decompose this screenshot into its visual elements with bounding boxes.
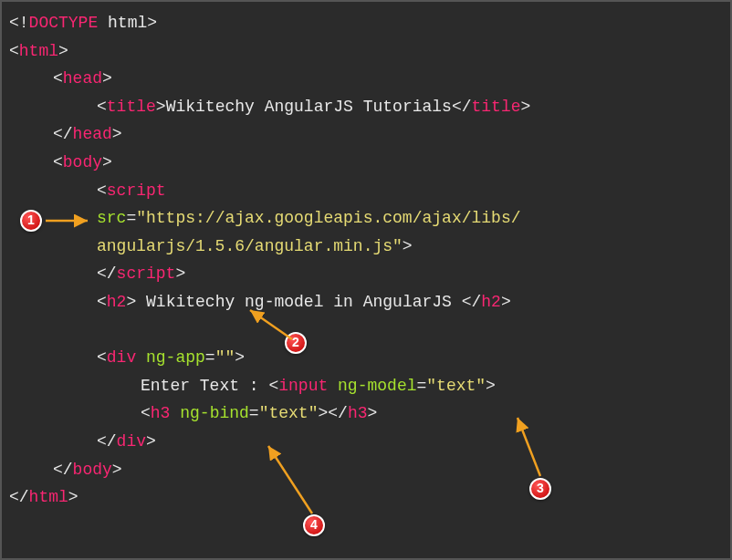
code-line: <h2> Wikitechy ng-model in AngularJS </h… (9, 288, 730, 316)
punct: > (112, 125, 122, 143)
tag: body (63, 153, 102, 171)
code-line: <h3 ng-bind="text"></h3> (9, 399, 730, 428)
tag: h2 (107, 293, 127, 311)
code-line: </html> (9, 483, 730, 512)
string: "text" (426, 377, 486, 395)
code-line (9, 316, 730, 345)
punct: < (97, 181, 107, 200)
punct: </ (97, 264, 117, 283)
tag: script (107, 181, 166, 200)
tag: script (117, 264, 176, 283)
tag: head (73, 125, 112, 143)
punct: < (9, 42, 19, 60)
punct: = (416, 377, 426, 395)
string: angularjs/1.5.6/angular.min.js" (97, 237, 403, 255)
code-block: <!DOCTYPE html> <html> <head> <title>Wik… (2, 2, 730, 519)
text: Wikitechy ng-model in AngularJS (136, 293, 461, 311)
punct: > (175, 264, 185, 283)
punct: > (102, 69, 112, 88)
code-line: </div> (9, 428, 730, 456)
code-line: src="https://ajax.googleapis.com/ajax/li… (9, 204, 730, 233)
tag: div (107, 348, 136, 367)
tag: title (107, 98, 156, 116)
punct: < (97, 98, 107, 116)
code-line: <script (9, 177, 730, 205)
punct: > (102, 153, 112, 171)
punct: < (53, 69, 63, 88)
punct: = (249, 404, 259, 422)
tag: html (29, 488, 68, 506)
annotation-badge-1: 1 (20, 210, 42, 232)
tag: head (63, 69, 102, 88)
punct: < (268, 377, 278, 395)
attr: src (97, 209, 126, 227)
punct: = (205, 348, 215, 367)
punct: > (146, 432, 156, 451)
text: html (98, 14, 147, 32)
tag: html (19, 42, 58, 60)
punct: > (58, 42, 68, 60)
punct: > (318, 404, 328, 422)
tag: h3 (151, 404, 171, 422)
code-line: </script> (9, 260, 730, 288)
code-line: <div ng-app=""> (9, 344, 730, 372)
tag: h2 (481, 293, 501, 311)
punct: > (368, 404, 378, 422)
tag: title (472, 98, 521, 116)
punct: > (501, 293, 511, 311)
punct: <! (9, 14, 29, 32)
tag: body (73, 461, 112, 479)
tag: h3 (348, 404, 368, 422)
annotation-badge-3: 3 (529, 478, 551, 500)
code-line: </head> (9, 120, 730, 149)
punct: </ (9, 488, 29, 506)
punct: < (53, 153, 63, 171)
attr: ng-model (328, 377, 416, 395)
string: "https://ajax.googleapis.com/ajax/libs/ (136, 209, 520, 227)
punct: > (156, 98, 166, 116)
code-line: <!DOCTYPE html> (9, 9, 730, 37)
punct: = (126, 209, 136, 227)
punct: < (141, 404, 151, 422)
code-line: </body> (9, 456, 730, 484)
punct: </ (452, 98, 472, 116)
code-line: <head> (9, 65, 730, 93)
code-line: <html> (9, 37, 730, 66)
annotation-badge-2: 2 (285, 332, 307, 354)
attr: ng-bind (170, 404, 248, 422)
punct: </ (328, 404, 348, 422)
code-line: Enter Text : <input ng-model="text"> (9, 372, 730, 400)
punct: > (147, 14, 157, 32)
string: "text" (259, 404, 319, 422)
punct: < (97, 348, 107, 367)
tag: DOCTYPE (29, 14, 99, 32)
punct: </ (462, 293, 482, 311)
attr: ng-app (136, 348, 205, 367)
tag: div (117, 432, 146, 451)
punct: > (486, 377, 496, 395)
code-line: <body> (9, 149, 730, 177)
punct: > (235, 348, 245, 367)
punct: > (112, 461, 122, 479)
punct: > (68, 488, 78, 506)
punct: > (521, 98, 531, 116)
punct: </ (53, 461, 73, 479)
punct: > (126, 293, 136, 311)
punct: </ (97, 432, 117, 451)
string: "" (215, 348, 235, 367)
punct: > (403, 237, 413, 255)
code-line: angularjs/1.5.6/angular.min.js"> (9, 233, 730, 261)
punct: </ (53, 125, 73, 143)
code-line: <title>Wikitechy AngularJS Tutorials</ti… (9, 93, 730, 121)
annotation-badge-4: 4 (303, 514, 325, 536)
text: Wikitechy AngularJS Tutorials (166, 98, 452, 116)
punct: < (97, 293, 107, 311)
text: Enter Text : (141, 377, 268, 395)
tag: input (278, 377, 328, 395)
